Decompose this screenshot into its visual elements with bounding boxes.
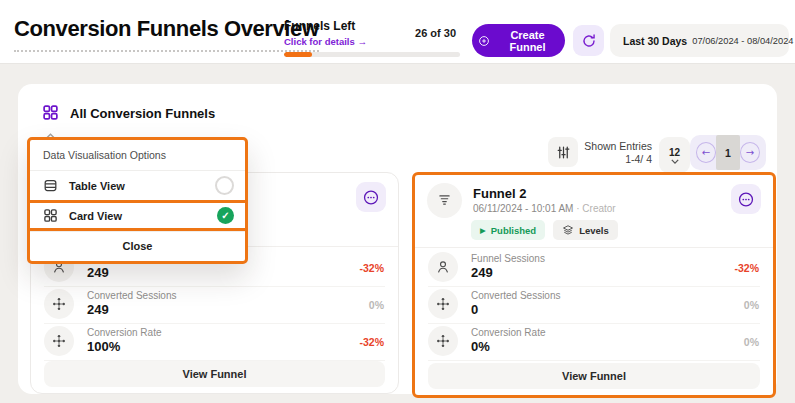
network-icon [44,289,74,319]
card-menu-button[interactable] [356,182,386,212]
funnels-left-widget: Funnels Left Click for details → 26 of 3… [284,19,460,57]
stat-label: Conversion Rate [87,327,161,338]
refresh-button[interactable] [573,25,604,56]
stat-change: 0% [744,299,759,311]
option-card-view[interactable]: Card View ✓ [27,200,248,231]
stat-value: 249 [87,265,109,280]
radio-unchecked-icon[interactable] [215,176,234,195]
stat-value: 0 [471,302,478,317]
refresh-icon [581,33,597,49]
funnel-icon [427,183,462,218]
page-title: Conversion Funnels Overview [14,16,319,52]
option-label: Card View [69,210,122,222]
dots-menu-icon [737,190,755,209]
card-date: 06/11/2024 - 10:01 AM [473,203,573,214]
stat-change: 0% [744,336,759,348]
stat-change: -32% [734,262,759,274]
option-label: Table View [69,180,125,192]
stat-value: 249 [471,265,493,280]
popup-close-button[interactable]: Close [30,231,245,261]
card-menu-button[interactable] [731,184,761,214]
date-range-picker[interactable]: Last 30 Days 07/06/2024 - 08/04/2024 [610,24,789,57]
data-visualisation-popup: Data Visualisation Options Table View Ca… [27,137,248,264]
stat-change: 0% [369,299,384,311]
stat-value: 249 [87,302,109,317]
sliders-icon [556,145,571,160]
plus-circle-icon [478,34,490,48]
funnel-card-2: Funnel 2 06/11/2024 - 10:01 AM · Creator… [412,172,776,398]
stat-label: Converted Sessions [87,290,177,301]
person-icon [428,252,458,282]
funnels-left-progress-fill [284,52,312,57]
shown-entries: Shown Entries 1-4/ 4 [570,140,652,166]
network-icon [428,289,458,319]
page-size-value: 12 [669,147,680,158]
stat-value: 0% [471,339,490,354]
funnels-left-count: 26 of 30 [415,27,456,39]
all-funnels-panel: All Conversion Funnels Shown Entries 1-4… [18,84,777,394]
stat-converted-sessions: Converted Sessions 0 0% [428,287,760,324]
create-funnel-button[interactable]: Create Funnel [472,24,565,57]
card-creator: · Creator [576,203,615,214]
stat-conversion-rate: Conversion Rate 100% -32% [44,324,385,361]
layers-icon [562,224,574,236]
play-icon: ▶ [480,226,486,235]
network-icon [44,326,74,356]
stat-value: 100% [87,339,120,354]
card-meta: 06/11/2024 - 10:01 AM · Creator [473,203,616,214]
card-stats: Funnel Sessions 249 -32% Converted Sessi… [428,250,760,361]
published-badge: ▶ Published [471,220,545,240]
grid-icon [43,208,58,223]
stat-label: Funnel Sessions [471,253,545,264]
pagination: ← 1 → [690,135,766,170]
grid-icon[interactable] [42,104,59,125]
next-page-button[interactable]: → [740,142,760,163]
published-label: Published [491,225,536,236]
divider [415,247,773,248]
stat-label: Converted Sessions [471,290,561,301]
date-range-value: 07/06/2024 - 08/04/2024 [692,36,793,46]
stat-funnel-sessions: Funnel Sessions 249 -32% [428,250,760,287]
stat-label: Conversion Rate [471,327,545,338]
previous-page-button[interactable]: ← [696,142,716,163]
network-icon [428,326,458,356]
card-title: Funnel 2 [473,186,526,201]
view-funnel-button[interactable]: View Funnel [44,361,385,387]
stat-conversion-rate: Conversion Rate 0% 0% [428,324,760,361]
page-size-select[interactable]: 12 [659,137,690,173]
shown-entries-value: 1-4/ 4 [570,153,652,166]
panel-title: All Conversion Funnels [70,106,215,121]
chevron-down-icon [671,159,679,164]
view-funnel-button[interactable]: View Funnel [428,363,760,389]
radio-checked-icon[interactable]: ✓ [217,207,234,224]
levels-badge[interactable]: Levels [553,220,618,240]
card-badges: ▶ Published Levels [471,220,618,240]
levels-label: Levels [579,225,609,236]
option-table-view[interactable]: Table View [30,171,245,200]
stat-converted-sessions: Converted Sessions 249 0% [44,287,385,324]
top-header: Conversion Funnels Overview Funnels Left… [0,0,795,64]
card-stats: 249 -32% Converted Sessions 249 0% Conve… [44,250,385,361]
dots-menu-icon [362,188,380,207]
shown-entries-label: Shown Entries [570,140,652,153]
conversion-funnels-page: Conversion Funnels Overview Funnels Left… [0,0,795,403]
table-icon [43,178,58,193]
funnels-left-progressbar [284,52,460,57]
stat-change: -32% [359,262,384,274]
popup-title: Data Visualisation Options [30,140,245,171]
current-page[interactable]: 1 [716,135,740,170]
stat-change: -32% [359,336,384,348]
create-funnel-label: Create Funnel [496,29,559,53]
date-preset-label: Last 30 Days [623,35,687,47]
